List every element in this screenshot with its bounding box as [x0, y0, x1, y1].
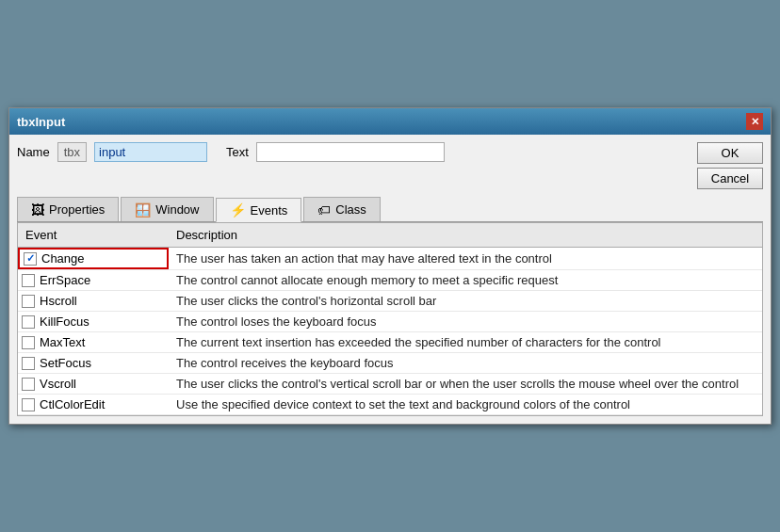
name-text-row: Name tbx Text — [17, 142, 690, 162]
event-cell-vscroll[interactable]: Vscroll — [18, 375, 169, 393]
title-bar: tbxInput ✕ — [9, 108, 771, 135]
tabs-row: 🖼 Properties 🪟 Window ⚡ Events 🏷 Class — [17, 197, 763, 222]
tab-class-label: Class — [335, 202, 366, 217]
event-cell-killfocus[interactable]: KillFocus — [18, 313, 169, 330]
close-button[interactable]: ✕ — [746, 113, 763, 130]
checkbox-killfocus[interactable] — [22, 315, 35, 329]
table-row: SetFocus The control receives the keyboa… — [18, 353, 762, 374]
event-name-hscroll: Hscroll — [40, 294, 77, 308]
checkbox-setfocus[interactable] — [22, 357, 35, 370]
desc-hscroll: The user clicks the control's horizontal… — [169, 292, 762, 310]
checkbox-ctlcoloredit[interactable] — [22, 398, 35, 411]
table-row: CtlColorEdit Use the specified device co… — [18, 395, 762, 415]
table-row: ErrSpace The control cannot allocate eno… — [18, 270, 762, 291]
tab-events[interactable]: ⚡ Events — [216, 198, 302, 222]
tab-class[interactable]: 🏷 Class — [303, 197, 381, 221]
event-cell-errspace[interactable]: ErrSpace — [18, 271, 169, 289]
desc-vscroll: The user clicks the control's vertical s… — [169, 375, 762, 393]
event-cell-change[interactable]: Change — [18, 248, 169, 269]
event-name-setfocus: SetFocus — [40, 356, 91, 370]
checkbox-change[interactable] — [24, 252, 37, 266]
event-name-errspace: ErrSpace — [40, 273, 90, 287]
table-row: MaxText The current text insertion has e… — [18, 332, 762, 353]
desc-change: The user has taken an action that may ha… — [169, 250, 762, 267]
event-name-maxtext: MaxText — [40, 335, 85, 349]
col-event-header: Event — [18, 226, 169, 244]
table-row: Change The user has taken an action that… — [18, 248, 762, 270]
event-name-vscroll: Vscroll — [40, 377, 76, 391]
cancel-button[interactable]: Cancel — [697, 168, 763, 189]
event-name-killfocus: KillFocus — [40, 314, 89, 329]
desc-killfocus: The control loses the keyboard focus — [169, 313, 762, 330]
text-input[interactable] — [256, 142, 445, 162]
table-row: KillFocus The control loses the keyboard… — [18, 312, 762, 332]
dialog: tbxInput ✕ Name tbx Text OK Cancel 🖼 Pro… — [8, 107, 772, 425]
text-label: Text — [226, 145, 249, 159]
desc-maxtext: The current text insertion has exceeded … — [169, 333, 762, 351]
dialog-title: tbxInput — [17, 115, 65, 129]
ok-cancel-group: OK Cancel — [697, 142, 763, 189]
desc-errspace: The control cannot allocate enough memor… — [169, 271, 762, 289]
checkbox-vscroll[interactable] — [22, 378, 35, 391]
tab-properties-label: Properties — [49, 202, 105, 217]
event-cell-maxtext[interactable]: MaxText — [18, 333, 169, 351]
dialog-body: Name tbx Text OK Cancel 🖼 Properties 🪟 W… — [9, 135, 771, 424]
desc-setfocus: The control receives the keyboard focus — [169, 354, 762, 372]
desc-ctlcoloredit: Use the specified device context to set … — [169, 395, 762, 413]
properties-icon: 🖼 — [31, 202, 44, 218]
event-name-change: Change — [41, 251, 85, 266]
event-cell-setfocus[interactable]: SetFocus — [18, 354, 169, 372]
name-label: Name — [17, 145, 50, 159]
name-prefix: tbx — [57, 142, 87, 162]
name-input[interactable] — [94, 142, 207, 162]
col-desc-header: Description — [169, 226, 762, 244]
tab-window[interactable]: 🪟 Window — [121, 197, 213, 221]
table-row: Hscroll The user clicks the control's ho… — [18, 291, 762, 312]
event-cell-hscroll[interactable]: Hscroll — [18, 292, 169, 310]
tab-events-label: Events — [251, 203, 288, 218]
class-icon: 🏷 — [317, 202, 331, 218]
checkbox-hscroll[interactable] — [22, 295, 35, 308]
event-cell-ctlcoloredit[interactable]: CtlColorEdit — [18, 395, 169, 413]
checkbox-errspace[interactable] — [22, 274, 35, 287]
tab-properties[interactable]: 🖼 Properties — [17, 197, 119, 221]
events-icon: ⚡ — [230, 202, 246, 218]
event-name-ctlcoloredit: CtlColorEdit — [40, 397, 105, 411]
events-table: Event Description Change The user has ta… — [17, 222, 763, 416]
table-row: Vscroll The user clicks the control's ve… — [18, 374, 762, 395]
tab-window-label: Window — [155, 202, 199, 217]
ok-button[interactable]: OK — [697, 142, 763, 164]
checkbox-maxtext[interactable] — [22, 336, 35, 349]
window-icon: 🪟 — [135, 202, 151, 218]
table-header: Event Description — [18, 223, 762, 248]
